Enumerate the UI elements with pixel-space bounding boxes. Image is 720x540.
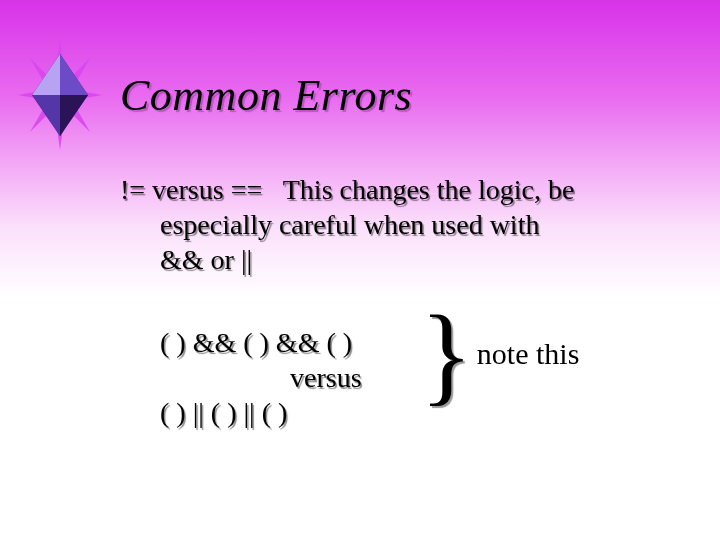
example-and-line: ( ) && ( ) && ( ) [160, 325, 660, 360]
example-or-line: ( ) || ( ) || ( ) [160, 395, 660, 430]
para1-rest1: This changes the logic, be [283, 174, 575, 205]
para1-lead: != versus == [120, 174, 262, 205]
svg-marker-11 [60, 95, 88, 136]
body-content: != versus == This changes the logic, be … [120, 172, 660, 430]
brace-icon: } [420, 299, 473, 409]
note-text: note this [477, 335, 580, 373]
slide-title: Common Errors [120, 70, 412, 121]
example-block: ( ) && ( ) && ( ) versus ( ) || ( ) || (… [120, 325, 660, 430]
para1-rest3: && or || [120, 242, 660, 277]
para1-rest2: especially careful when used with [120, 207, 660, 242]
slide: Common Errors != versus == This changes … [0, 0, 720, 540]
svg-marker-12 [32, 95, 60, 136]
svg-marker-9 [60, 54, 88, 95]
example-versus: versus [160, 360, 660, 395]
title-row: Common Errors [0, 40, 720, 150]
paragraph-1: != versus == This changes the logic, be … [120, 172, 660, 277]
diamond-icon [0, 40, 120, 150]
brace-annotation: } note this [420, 299, 579, 409]
svg-marker-10 [32, 54, 60, 95]
